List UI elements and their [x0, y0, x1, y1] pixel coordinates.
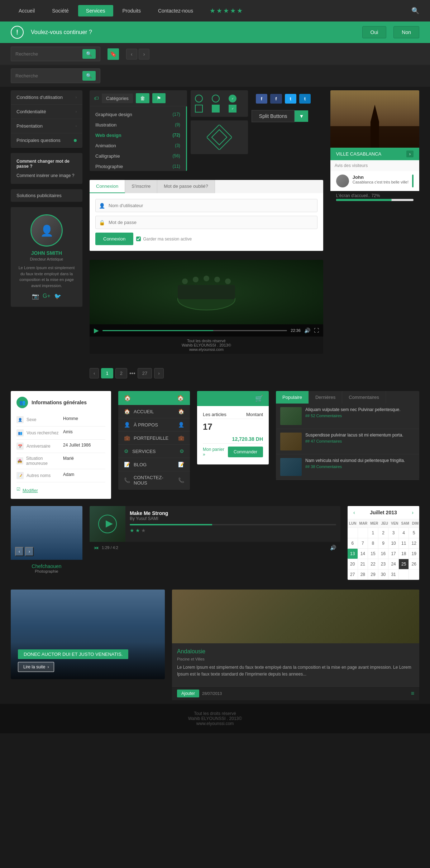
cal-day-7[interactable]: 7 [358, 538, 368, 549]
cal-day-9[interactable]: 9 [378, 538, 389, 549]
nav-menu-blog[interactable]: 📝 BLOG 📝 [118, 458, 190, 471]
nav-menu-services[interactable]: ⚙ SERVICES ⚙ [118, 445, 190, 458]
cat-item-6[interactable]: Photographie (11) [90, 161, 186, 171]
nav-search-button[interactable]: 🔍 [411, 7, 419, 15]
cat-item-3[interactable]: Web design (72) [90, 130, 186, 140]
cal-day-22[interactable]: 22 [368, 559, 378, 569]
cal-empty-3[interactable] [399, 569, 409, 580]
faq-item-1[interactable]: Comment changer mot de passe ? [16, 157, 77, 171]
music-prev-btn[interactable]: ⏮ [94, 545, 99, 550]
cat-item-2[interactable]: Illustration (9) [90, 120, 186, 130]
cal-day-5[interactable]: 5 [409, 528, 419, 538]
cal-day-15[interactable]: 15 [368, 549, 378, 559]
cat-btn-1[interactable]: 🗑 [136, 93, 149, 103]
page-1[interactable]: 1 [101, 368, 113, 378]
username-input[interactable] [95, 199, 317, 212]
page-prev[interactable]: ‹ [90, 368, 99, 378]
cal-day-25[interactable]: 25 [399, 559, 409, 569]
nav-item-societe[interactable]: Société [44, 5, 77, 16]
ajouter-btn[interactable]: Ajouter [177, 690, 199, 697]
cal-day-13[interactable]: 13 [348, 549, 358, 559]
nav-menu-contact[interactable]: 📞 CONTACTEZ-NOUS 📞 [118, 471, 190, 490]
cal-day-21[interactable]: 21 [358, 559, 368, 569]
cal-empty-2[interactable] [358, 528, 368, 538]
cart-panier-link[interactable]: Mon panier » [203, 447, 228, 457]
cal-day-11[interactable]: 11 [399, 538, 409, 549]
search-input-1[interactable] [15, 51, 82, 57]
cal-day-27[interactable]: 27 [348, 569, 358, 580]
cal-next[interactable]: › [412, 510, 414, 515]
page-2[interactable]: 2 [115, 368, 127, 378]
cal-day-18[interactable]: 18 [399, 549, 409, 559]
sidebar-item-presentation[interactable]: Présentation › [11, 119, 82, 133]
cal-empty-1[interactable] [348, 528, 358, 538]
cal-day-24[interactable]: 24 [388, 559, 399, 569]
cal-day-23[interactable]: 23 [378, 559, 389, 569]
photo-next[interactable]: › [25, 547, 34, 556]
login-tab-password[interactable]: Mot de passe oublié? [157, 180, 215, 193]
fullscreen-icon[interactable]: ⛶ [314, 328, 319, 333]
cal-day-16[interactable]: 16 [378, 549, 389, 559]
cal-day-19[interactable]: 19 [409, 549, 419, 559]
cal-day-29[interactable]: 29 [368, 569, 378, 580]
twitter-icon[interactable]: 🐦 [54, 293, 61, 300]
cat-btn-2[interactable]: ⚑ [152, 93, 166, 103]
cal-day-2[interactable]: 2 [378, 528, 389, 538]
search-btn-1[interactable]: 🔍 [82, 49, 96, 59]
cal-day-12[interactable]: 12 [409, 538, 419, 549]
instagram-icon[interactable]: 📷 [32, 293, 39, 300]
music-vol-btn[interactable]: 🔊 [330, 545, 336, 550]
blog-tab-populaire[interactable]: Populaire [276, 391, 309, 404]
cal-day-8[interactable]: 8 [368, 538, 378, 549]
page-next[interactable]: › [154, 368, 163, 378]
cart-commander-btn[interactable]: Commander [228, 447, 263, 457]
nav-item-contactez[interactable]: Contactez-nous [150, 5, 201, 16]
faq-item-2[interactable]: Comment insérer une image ? [16, 171, 77, 180]
split-btn-dropdown[interactable]: ▼ [295, 110, 308, 122]
arrow-next[interactable]: › [139, 49, 150, 59]
bookmark-icon[interactable]: 🔖 [108, 48, 119, 60]
sidebar-item-confidentialite[interactable]: Confidentialité › [11, 105, 82, 119]
blog-tab-commentaires[interactable]: Commentaires [342, 391, 386, 404]
twitter-btn-1[interactable]: t [285, 94, 296, 104]
cal-day-6[interactable]: 6 [348, 538, 358, 549]
facebook-btn-2[interactable]: f [270, 94, 282, 104]
nav-menu-portefeuille[interactable]: 💼 PORTEFEUILLE 💼 [118, 431, 190, 445]
cal-day-30[interactable]: 30 [378, 569, 389, 580]
arrow-prev[interactable]: ‹ [126, 49, 137, 59]
search-input-2[interactable] [15, 73, 82, 78]
sidebar-item-pub[interactable]: Solutions publicitaires [11, 189, 82, 202]
cal-empty-4[interactable] [409, 569, 419, 580]
edit-link[interactable]: Modifier [23, 488, 38, 493]
cal-day-4[interactable]: 4 [399, 528, 409, 538]
cal-day-14[interactable]: 14 [358, 549, 368, 559]
hero-read-more[interactable]: Lire la suite › [18, 662, 54, 672]
google-plus-icon[interactable]: G+ [43, 293, 51, 300]
sidebar-item-conditions[interactable]: Conditions d'utilisation › [11, 90, 82, 105]
cal-day-26[interactable]: 26 [409, 559, 419, 569]
cal-day-28[interactable]: 28 [358, 569, 368, 580]
volume-icon[interactable]: 🔊 [304, 328, 310, 333]
cal-day-20[interactable]: 20 [348, 559, 358, 569]
cat-item-5[interactable]: Calligraphie (56) [90, 151, 186, 161]
cal-day-3[interactable]: 3 [388, 528, 399, 538]
photo-prev[interactable]: ‹ [15, 547, 24, 556]
page-27[interactable]: 27 [138, 368, 152, 378]
nav-item-accueil[interactable]: Accueil [11, 5, 43, 16]
cal-day-10[interactable]: 10 [388, 538, 399, 549]
twitter-btn-2[interactable]: t [299, 94, 311, 104]
cal-day-31[interactable]: 31 [388, 569, 399, 580]
facebook-btn-1[interactable]: f [256, 94, 267, 104]
cal-day-1[interactable]: 1 [368, 528, 378, 538]
login-tab-inscrire[interactable]: S'inscrire [125, 180, 157, 193]
sidebar-item-questions[interactable]: Principales questions [11, 133, 82, 148]
login-button[interactable]: Connexion [95, 233, 133, 245]
cal-day-17[interactable]: 17 [388, 549, 399, 559]
nav-menu-accueil[interactable]: 🏠 ACCUEIL 🏠 [118, 405, 190, 418]
blog-tab-dernieres[interactable]: Dernières [309, 391, 342, 404]
nav-item-services[interactable]: Services [78, 5, 113, 16]
cat-item-4[interactable]: Animation (3) [90, 140, 186, 151]
search-btn-2[interactable]: 🔍 [82, 71, 96, 81]
cal-prev[interactable]: ‹ [353, 510, 355, 515]
split-btn-main[interactable]: Split Buttons [252, 110, 295, 122]
